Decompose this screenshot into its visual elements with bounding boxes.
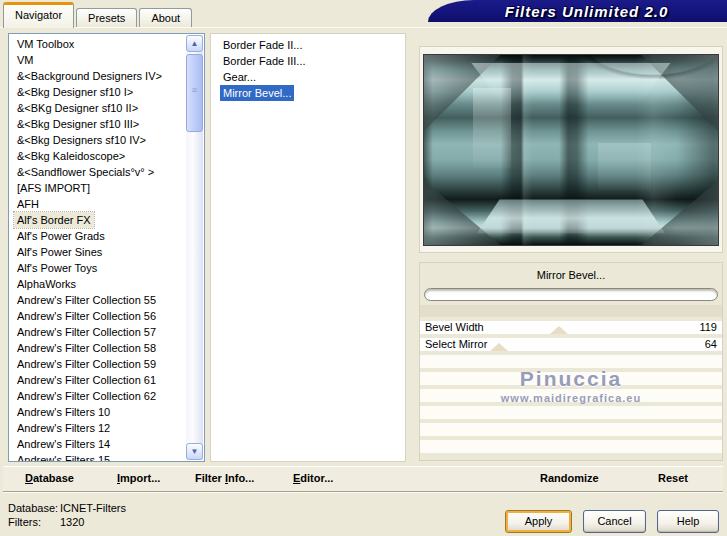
tab-navigator[interactable]: Navigator (3, 2, 74, 28)
database-button[interactable]: Database (25, 472, 74, 484)
empty-slider-row (420, 389, 722, 402)
apply-button[interactable]: Apply (505, 510, 572, 533)
list-item[interactable]: Alf's Power Grads (14, 228, 204, 244)
database-label: Database: (8, 502, 60, 514)
preview-frame (419, 46, 723, 253)
app-title: Filters Unlimited 2.0 (487, 3, 669, 20)
list-item[interactable]: Border Fade III... (220, 53, 405, 69)
tab-presets[interactable]: Presets (76, 8, 137, 28)
slider-thumb[interactable] (490, 343, 508, 351)
list-item[interactable]: &<Bkg Designer sf10 I> (14, 84, 204, 100)
database-info: Database: ICNET-Filters Filters: 1320 (8, 502, 126, 528)
preview-bevel-ceiling (471, 63, 671, 105)
filters-unlimited-dialog: { "window": { "title": "Filters Unlimite… (0, 0, 727, 536)
empty-slider-row (420, 355, 722, 368)
randomize-button[interactable]: Randomize (540, 472, 599, 484)
list-item[interactable]: Andrew's Filter Collection 59 (14, 356, 204, 372)
list-item[interactable]: Andrew's Filters 12 (14, 420, 204, 436)
list-item[interactable]: Mirror Bevel... (220, 85, 405, 101)
empty-slider-row (420, 372, 722, 385)
list-item[interactable]: VM Toolbox (14, 36, 204, 52)
filters-count: 1320 (60, 516, 126, 528)
slider-bevel-width[interactable]: Bevel Width 119 (420, 321, 722, 334)
list-item[interactable]: [AFS IMPORT] (14, 180, 204, 196)
slider-label: Select Mirror (425, 338, 487, 351)
filter-listbox[interactable]: Border Fade II...Border Fade III...Gear.… (210, 33, 406, 462)
list-item[interactable]: &<Bkg Designer sf10 III> (14, 116, 204, 132)
filter-controls-panel: Mirror Bevel... Bevel Width 119 Select M… (419, 262, 723, 461)
slider-header-strip (420, 305, 722, 317)
scroll-up-icon[interactable]: ▲ (186, 35, 203, 52)
title-band: Filters Unlimited 2.0 (428, 0, 727, 22)
list-item[interactable]: Andrew's Filters 10 (14, 404, 204, 420)
list-item[interactable]: Andrew's Filters 15 (14, 452, 204, 462)
list-item[interactable]: &<Bkg Designers sf10 IV> (14, 132, 204, 148)
filter-rows: Border Fade II...Border Fade III...Gear.… (220, 37, 405, 101)
list-item[interactable]: Andrew's Filter Collection 57 (14, 324, 204, 340)
list-item[interactable]: Border Fade II... (220, 37, 405, 53)
list-item[interactable]: Alf's Border FX (14, 212, 204, 228)
active-filter-name: Mirror Bevel... (420, 269, 722, 283)
help-button[interactable]: Help (657, 510, 719, 533)
slider-label: Bevel Width (425, 321, 484, 334)
empty-slider-row (420, 423, 722, 436)
scroll-down-icon[interactable]: ▼ (186, 443, 203, 460)
list-item[interactable]: &<Bkg Kaleidoscope> (14, 148, 204, 164)
tab-page-edge (0, 27, 727, 28)
list-item[interactable]: &<Background Designers IV> (14, 68, 204, 84)
list-item[interactable]: Andrew's Filter Collection 61 (14, 372, 204, 388)
reset-button[interactable]: Reset (658, 472, 688, 484)
cancel-button[interactable]: Cancel (583, 510, 646, 533)
tab-about[interactable]: About (139, 8, 192, 28)
import-button[interactable]: Import... (117, 472, 160, 484)
list-item[interactable]: Andrew's Filter Collection 58 (14, 340, 204, 356)
preview-bevel-bottom-right (642, 180, 718, 245)
list-item[interactable]: VM (14, 52, 204, 68)
category-scrollbar[interactable]: ▲ ≡ ▼ (186, 35, 203, 460)
list-item[interactable]: Alf's Power Sines (14, 244, 204, 260)
preview-bevel-bottom-left (424, 180, 500, 245)
editor-button[interactable]: Editor... (293, 472, 333, 484)
scrollbar-thumb[interactable]: ≡ (186, 54, 203, 132)
list-item[interactable]: Andrew's Filter Collection 56 (14, 308, 204, 324)
list-item[interactable]: Andrew's Filter Collection 62 (14, 388, 204, 404)
empty-slider-row (420, 406, 722, 419)
category-listbox[interactable]: VM ToolboxVM&<Background Designers IV>&<… (8, 33, 205, 462)
category-rows: VM ToolboxVM&<Background Designers IV>&<… (14, 36, 204, 462)
tab-strip: Navigator Presets About (3, 4, 194, 28)
list-item[interactable]: &<BKg Designer sf10 II> (14, 100, 204, 116)
slider-select-mirror[interactable]: Select Mirror 64 (420, 338, 722, 351)
list-item[interactable]: Andrew's Filter Collection 55 (14, 292, 204, 308)
filters-label: Filters: (8, 516, 60, 528)
preview-image[interactable] (423, 54, 719, 246)
list-item[interactable]: AFH (14, 196, 204, 212)
bottom-toolbar: Database Import... Filter Info... Editor… (3, 466, 723, 492)
slider-value: 119 (699, 321, 717, 334)
preview-bevel-floor (477, 199, 665, 233)
empty-slider-row (420, 440, 722, 453)
list-item[interactable]: Gear... (220, 69, 405, 85)
progress-bar (424, 288, 718, 301)
list-item[interactable]: Alf's Power Toys (14, 260, 204, 276)
list-item[interactable]: &<Sandflower Specials°v° > (14, 164, 204, 180)
list-item[interactable]: Andrew's Filters 14 (14, 436, 204, 452)
list-item[interactable]: AlphaWorks (14, 276, 204, 292)
database-value: ICNET-Filters (60, 502, 126, 514)
slider-thumb[interactable] (550, 326, 568, 334)
filter-info-button[interactable]: Filter Info... (195, 472, 254, 484)
slider-value: 64 (705, 338, 717, 351)
